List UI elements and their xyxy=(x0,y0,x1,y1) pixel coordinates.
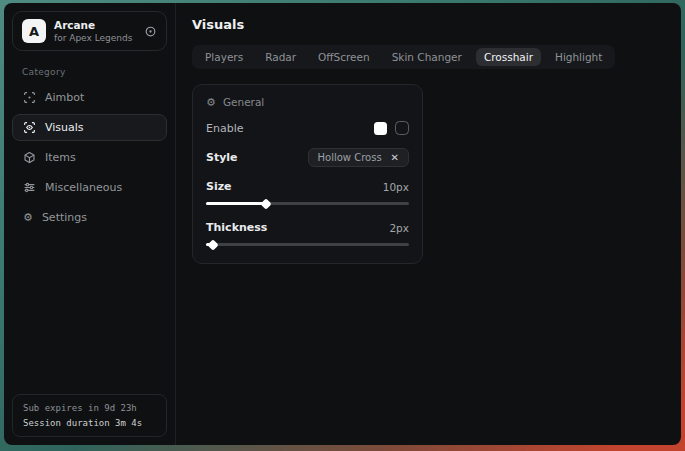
sidebar-item-label: Settings xyxy=(42,211,87,224)
brand-subtitle: for Apex Legends xyxy=(54,33,132,43)
sidebar-item-aimbot[interactable]: Aimbot xyxy=(12,84,167,111)
thickness-value: 2px xyxy=(389,222,409,234)
settings-gear-icon: ⚙ xyxy=(23,212,33,223)
size-value: 10px xyxy=(383,181,409,193)
subscription-info: Sub expires in 9d 23h Session duration 3… xyxy=(12,394,167,437)
brand-text: Arcane for Apex Legends xyxy=(54,19,132,43)
tab-offscreen[interactable]: OffScreen xyxy=(310,48,378,66)
enable-checkbox[interactable] xyxy=(395,121,409,135)
size-slider-track xyxy=(206,202,409,205)
general-card: ⚙ General Enable Style Hollow Cross ✕ Si… xyxy=(192,84,423,264)
tab-players[interactable]: Players xyxy=(197,48,251,66)
sidebar-item-label: Miscellaneous xyxy=(45,181,122,194)
card-header: ⚙ General xyxy=(206,96,409,108)
visuals-tabbar: Players Radar OffScreen Skin Changer Cro… xyxy=(192,45,615,69)
target-icon[interactable] xyxy=(144,25,157,38)
thickness-row: Thickness 2px xyxy=(206,221,409,234)
thickness-label: Thickness xyxy=(206,221,267,234)
tab-radar[interactable]: Radar xyxy=(257,48,304,66)
sidebar-item-label: Visuals xyxy=(45,121,84,134)
misc-sliders-icon xyxy=(23,181,36,194)
style-row: Style Hollow Cross ✕ xyxy=(206,148,409,167)
general-gear-icon: ⚙ xyxy=(206,97,216,108)
style-label: Style xyxy=(206,151,238,164)
enable-controls xyxy=(374,121,409,135)
sidebar-item-settings[interactable]: ⚙ Settings xyxy=(12,204,167,231)
sidebar-item-label: Aimbot xyxy=(45,91,84,104)
tab-skin-changer[interactable]: Skin Changer xyxy=(384,48,470,66)
tab-crosshair[interactable]: Crosshair xyxy=(476,48,541,66)
brand-card: A Arcane for Apex Legends xyxy=(12,11,167,51)
thickness-slider-track xyxy=(206,243,409,246)
main-panel: Visuals Players Radar OffScreen Skin Cha… xyxy=(176,3,681,445)
app-window: A Arcane for Apex Legends Category xyxy=(4,3,681,445)
size-slider[interactable] xyxy=(206,199,409,208)
sidebar-item-items[interactable]: Items xyxy=(12,144,167,171)
style-dropdown[interactable]: Hollow Cross ✕ xyxy=(308,148,409,167)
style-value: Hollow Cross xyxy=(318,152,382,163)
page-title: Visuals xyxy=(192,17,665,32)
enable-color-swatch[interactable] xyxy=(374,122,387,135)
sidebar-nav: Aimbot Visuals xyxy=(12,84,167,231)
close-icon[interactable]: ✕ xyxy=(391,153,399,163)
tab-highlight[interactable]: Highlight xyxy=(547,48,610,66)
sidebar-item-visuals[interactable]: Visuals xyxy=(12,114,167,141)
enable-label: Enable xyxy=(206,122,243,135)
brand-logo: A xyxy=(22,19,46,43)
brand-name: Arcane xyxy=(54,19,132,31)
size-slider-fill xyxy=(206,202,265,205)
visuals-eye-icon xyxy=(23,121,36,134)
size-row: Size 10px xyxy=(206,180,409,193)
thickness-slider[interactable] xyxy=(206,240,409,249)
sidebar-item-label: Items xyxy=(45,151,76,164)
thickness-slider-fill xyxy=(206,243,212,246)
sidebar: A Arcane for Apex Legends Category xyxy=(4,3,176,445)
sub-expires-text: Sub expires in 9d 23h xyxy=(23,403,156,413)
size-label: Size xyxy=(206,180,232,193)
card-title: General xyxy=(223,96,264,108)
size-slider-knob[interactable] xyxy=(260,198,271,209)
thickness-slider-knob[interactable] xyxy=(207,239,218,250)
sidebar-item-miscellaneous[interactable]: Miscellaneous xyxy=(12,174,167,201)
session-duration-text: Session duration 3m 4s xyxy=(23,418,156,428)
enable-row: Enable xyxy=(206,121,409,135)
category-label: Category xyxy=(22,67,157,77)
items-box-icon xyxy=(23,151,36,164)
aimbot-scan-icon xyxy=(23,91,36,104)
